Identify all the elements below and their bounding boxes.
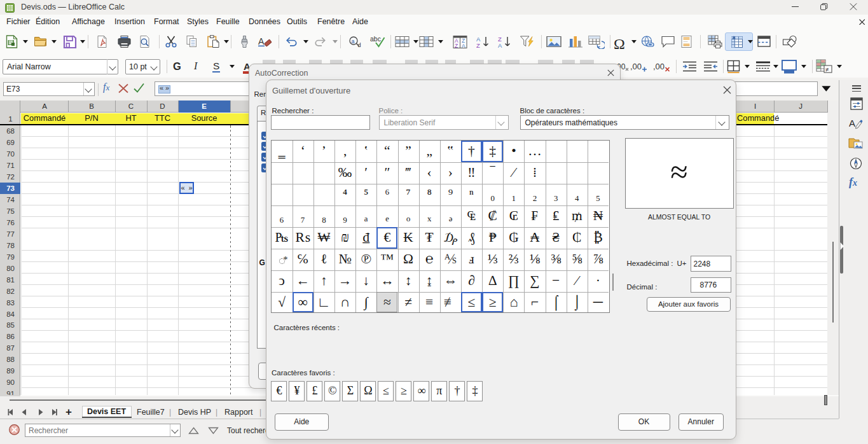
svg-text:a: a	[352, 38, 355, 45]
svg-text:Z: Z	[476, 42, 480, 49]
svg-text:d: d	[358, 42, 361, 48]
svg-text:A: A	[462, 43, 465, 49]
svg-text:Z: Z	[498, 36, 502, 43]
svg-text:abc: abc	[370, 35, 381, 43]
svg-text:A: A	[498, 42, 502, 49]
svg-text:A: A	[476, 36, 481, 43]
svg-text:A: A	[258, 36, 265, 46]
svg-text:A: A	[849, 118, 855, 128]
svg-text:≠: ≠	[825, 66, 829, 73]
svg-text:Z: Z	[455, 43, 458, 49]
svg-text:Ω: Ω	[614, 36, 625, 52]
svg-text:,00: ,00	[653, 62, 665, 71]
svg-text:,00: ,00	[630, 62, 642, 71]
